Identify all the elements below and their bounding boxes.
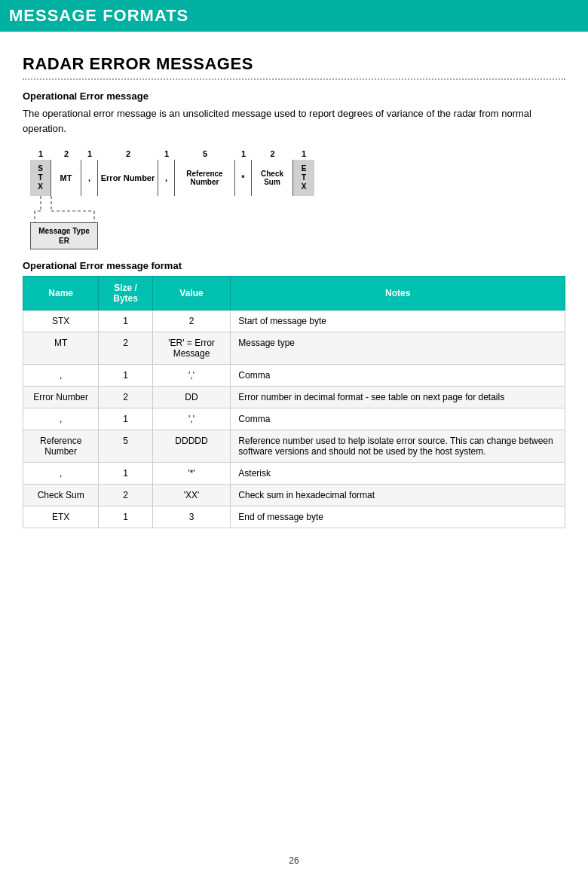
table-cell-0-2: 2 — [152, 310, 231, 332]
page-number: 26 — [0, 855, 588, 866]
table-cell-1-3: Message type — [231, 332, 565, 365]
table-cell-4-1: 1 — [99, 408, 152, 430]
byte-num-1: 1 — [30, 149, 51, 158]
table-cell-5-3: Reference number used to help isolate er… — [231, 430, 565, 463]
error-number-box: Error Number — [98, 160, 158, 196]
byte-num-6: 5 — [175, 149, 235, 158]
check-sum-box: CheckSum — [252, 160, 293, 196]
table-cell-7-3: Check sum in hexadecimal format — [231, 485, 565, 506]
stx-box: STX — [30, 160, 51, 196]
table-cell-8-2: 3 — [152, 506, 231, 528]
byte-num-7: 1 — [235, 149, 252, 158]
mt-box: MT — [51, 160, 81, 196]
table-cell-6-3: Asterisk — [231, 463, 565, 485]
table-cell-7-1: 2 — [99, 485, 152, 506]
page-content: RADAR ERROR MESSAGES Operational Error m… — [0, 32, 588, 558]
tooltip-area: Message TypeER — [30, 196, 565, 237]
tooltip-box: Message TypeER — [30, 222, 98, 249]
asterisk-box: * — [235, 160, 252, 196]
table-cell-5-2: DDDDD — [152, 430, 231, 463]
comma2-box: , — [158, 160, 175, 196]
table-header-row: Name Size / Bytes Value Notes — [23, 277, 565, 310]
byte-num-5: 1 — [158, 149, 175, 158]
col-size: Size / Bytes — [99, 277, 152, 310]
table-cell-3-1: 2 — [99, 387, 152, 408]
page-title: MESSAGE FORMATS — [9, 6, 188, 26]
message-boxes-row: STX MT , Error Number , ReferenceNumber … — [30, 160, 565, 196]
table-cell-3-2: DD — [152, 387, 231, 408]
section-title: RADAR ERROR MESSAGES — [23, 54, 565, 74]
table-row: Check Sum2'XX'Check sum in hexadecimal f… — [23, 485, 565, 506]
message-format-table: Name Size / Bytes Value Notes STX12Start… — [23, 276, 565, 528]
table-row: ,1'*'Asterisk — [23, 463, 565, 485]
reference-number-box: ReferenceNumber — [175, 160, 235, 196]
subsection-description: The operational error message is an unso… — [23, 106, 565, 136]
col-value: Value — [152, 277, 231, 310]
table-cell-2-1: 1 — [99, 365, 152, 387]
table-row: STX12Start of message byte — [23, 310, 565, 332]
table-section-heading: Operational Error message format — [23, 260, 565, 271]
table-cell-0-0: STX — [23, 310, 99, 332]
table-cell-1-2: 'ER' = Error Message — [152, 332, 231, 365]
table-cell-5-1: 5 — [99, 430, 152, 463]
byte-num-2: 2 — [51, 149, 81, 158]
message-diagram: 1 2 1 2 1 5 1 2 1 STX MT , Error Number … — [23, 149, 565, 237]
table-cell-8-3: End of message byte — [231, 506, 565, 528]
byte-num-8: 2 — [252, 149, 293, 158]
table-cell-3-0: Error Number — [23, 387, 99, 408]
table-cell-6-0: , — [23, 463, 99, 485]
table-row: Error Number2DDError number in decimal f… — [23, 387, 565, 408]
comma1-box: , — [81, 160, 98, 196]
col-name: Name — [23, 277, 99, 310]
table-cell-5-0: Reference Number — [23, 430, 99, 463]
header-bar: MESSAGE FORMATS — [0, 0, 588, 32]
table-row: ETX13End of message byte — [23, 506, 565, 528]
table-cell-1-0: MT — [23, 332, 99, 365]
table-cell-2-2: ',' — [152, 365, 231, 387]
section-divider — [23, 78, 565, 80]
byte-num-3: 1 — [81, 149, 98, 158]
subsection-heading: Operational Error message — [23, 90, 565, 102]
table-row: ,1','Comma — [23, 365, 565, 387]
table-cell-7-0: Check Sum — [23, 485, 99, 506]
table-row: MT2'ER' = Error MessageMessage type — [23, 332, 565, 365]
table-cell-4-3: Comma — [231, 408, 565, 430]
table-cell-4-2: ',' — [152, 408, 231, 430]
table-cell-6-1: 1 — [99, 463, 152, 485]
byte-numbers-row: 1 2 1 2 1 5 1 2 1 — [30, 149, 565, 158]
table-cell-6-2: '*' — [152, 463, 231, 485]
table-cell-0-1: 1 — [99, 310, 152, 332]
table-cell-8-1: 1 — [99, 506, 152, 528]
table-cell-1-1: 2 — [99, 332, 152, 365]
table-cell-4-0: , — [23, 408, 99, 430]
table-cell-8-0: ETX — [23, 506, 99, 528]
byte-num-4: 2 — [98, 149, 158, 158]
table-cell-2-0: , — [23, 365, 99, 387]
byte-num-9: 1 — [293, 149, 314, 158]
etx-box: ETX — [293, 160, 314, 196]
table-cell-2-3: Comma — [231, 365, 565, 387]
table-cell-3-3: Error number in decimal format - see tab… — [231, 387, 565, 408]
table-row: Reference Number5DDDDDReference number u… — [23, 430, 565, 463]
table-cell-0-3: Start of message byte — [231, 310, 565, 332]
col-notes: Notes — [231, 277, 565, 310]
table-row: ,1','Comma — [23, 408, 565, 430]
table-cell-7-2: 'XX' — [152, 485, 231, 506]
